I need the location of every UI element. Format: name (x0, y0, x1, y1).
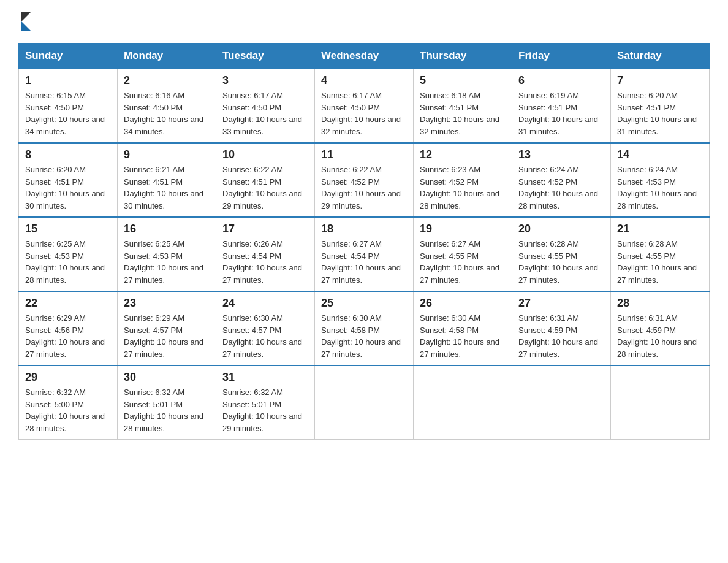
header-tuesday: Tuesday (216, 44, 315, 69)
day-info: Sunrise: 6:22 AM Sunset: 4:52 PM Dayligh… (321, 164, 407, 212)
calendar-cell: 8 Sunrise: 6:20 AM Sunset: 4:51 PM Dayli… (19, 143, 118, 217)
day-info: Sunrise: 6:31 AM Sunset: 4:59 PM Dayligh… (617, 312, 703, 360)
day-number: 6 (518, 74, 604, 87)
day-number: 9 (124, 148, 210, 161)
day-info: Sunrise: 6:30 AM Sunset: 4:58 PM Dayligh… (321, 312, 407, 360)
day-info: Sunrise: 6:24 AM Sunset: 4:53 PM Dayligh… (617, 164, 703, 212)
calendar-cell: 31 Sunrise: 6:32 AM Sunset: 5:01 PM Dayl… (216, 366, 315, 440)
day-info: Sunrise: 6:22 AM Sunset: 4:51 PM Dayligh… (222, 164, 308, 212)
day-number: 23 (124, 297, 210, 310)
day-number: 13 (518, 148, 604, 161)
day-number: 26 (420, 297, 506, 310)
calendar-cell: 3 Sunrise: 6:17 AM Sunset: 4:50 PM Dayli… (216, 69, 315, 143)
calendar-cell (414, 366, 512, 440)
day-number: 21 (617, 223, 703, 236)
day-number: 30 (124, 371, 210, 384)
day-info: Sunrise: 6:19 AM Sunset: 4:51 PM Dayligh… (518, 90, 604, 137)
calendar-cell: 25 Sunrise: 6:30 AM Sunset: 4:58 PM Dayl… (315, 291, 414, 366)
day-number: 28 (617, 297, 703, 310)
day-info: Sunrise: 6:15 AM Sunset: 4:50 PM Dayligh… (25, 90, 111, 137)
header-sunday: Sunday (19, 44, 118, 69)
day-number: 19 (420, 223, 506, 236)
calendar-cell: 16 Sunrise: 6:25 AM Sunset: 4:53 PM Dayl… (118, 217, 216, 291)
day-info: Sunrise: 6:26 AM Sunset: 4:54 PM Dayligh… (222, 238, 308, 286)
calendar-cell (512, 366, 611, 440)
day-number: 29 (25, 371, 111, 384)
day-info: Sunrise: 6:30 AM Sunset: 4:58 PM Dayligh… (420, 312, 506, 360)
day-number: 8 (25, 148, 111, 161)
day-info: Sunrise: 6:18 AM Sunset: 4:51 PM Dayligh… (420, 90, 506, 137)
day-info: Sunrise: 6:24 AM Sunset: 4:52 PM Dayligh… (518, 164, 604, 212)
calendar-cell: 14 Sunrise: 6:24 AM Sunset: 4:53 PM Dayl… (611, 143, 710, 217)
day-number: 24 (222, 297, 308, 310)
calendar-cell: 4 Sunrise: 6:17 AM Sunset: 4:50 PM Dayli… (315, 69, 414, 143)
day-number: 18 (321, 223, 407, 236)
day-number: 22 (25, 297, 111, 310)
day-number: 20 (518, 223, 604, 236)
day-number: 15 (25, 223, 111, 236)
calendar-cell: 28 Sunrise: 6:31 AM Sunset: 4:59 PM Dayl… (611, 291, 710, 366)
day-info: Sunrise: 6:20 AM Sunset: 4:51 PM Dayligh… (25, 164, 111, 212)
calendar-cell: 24 Sunrise: 6:30 AM Sunset: 4:57 PM Dayl… (216, 291, 315, 366)
day-info: Sunrise: 6:25 AM Sunset: 4:53 PM Dayligh… (124, 238, 210, 286)
calendar-cell: 2 Sunrise: 6:16 AM Sunset: 4:50 PM Dayli… (118, 69, 216, 143)
calendar-table: Sunday Monday Tuesday Wednesday Thursday… (18, 43, 710, 440)
calendar-cell: 6 Sunrise: 6:19 AM Sunset: 4:51 PM Dayli… (512, 69, 611, 143)
day-info: Sunrise: 6:27 AM Sunset: 4:54 PM Dayligh… (321, 238, 407, 286)
day-info: Sunrise: 6:27 AM Sunset: 4:55 PM Dayligh… (420, 238, 506, 286)
day-info: Sunrise: 6:32 AM Sunset: 5:00 PM Dayligh… (25, 386, 111, 434)
calendar-cell: 27 Sunrise: 6:31 AM Sunset: 4:59 PM Dayl… (512, 291, 611, 366)
calendar-cell: 5 Sunrise: 6:18 AM Sunset: 4:51 PM Dayli… (414, 69, 512, 143)
calendar-cell: 7 Sunrise: 6:20 AM Sunset: 4:51 PM Dayli… (611, 69, 710, 143)
calendar-cell: 11 Sunrise: 6:22 AM Sunset: 4:52 PM Dayl… (315, 143, 414, 217)
calendar-cell: 30 Sunrise: 6:32 AM Sunset: 5:01 PM Dayl… (118, 366, 216, 440)
day-number: 12 (420, 148, 506, 161)
day-info: Sunrise: 6:17 AM Sunset: 4:50 PM Dayligh… (321, 90, 407, 137)
day-number: 3 (222, 74, 308, 87)
day-number: 7 (617, 74, 703, 87)
day-number: 1 (25, 74, 111, 87)
day-number: 2 (124, 74, 210, 87)
header-monday: Monday (118, 44, 216, 69)
day-number: 31 (222, 371, 308, 384)
calendar-week-row: 8 Sunrise: 6:20 AM Sunset: 4:51 PM Dayli… (19, 143, 710, 217)
day-number: 11 (321, 148, 407, 161)
day-number: 10 (222, 148, 308, 161)
day-info: Sunrise: 6:32 AM Sunset: 5:01 PM Dayligh… (124, 386, 210, 434)
calendar-cell: 10 Sunrise: 6:22 AM Sunset: 4:51 PM Dayl… (216, 143, 315, 217)
calendar-cell: 21 Sunrise: 6:28 AM Sunset: 4:55 PM Dayl… (611, 217, 710, 291)
day-number: 25 (321, 297, 407, 310)
day-info: Sunrise: 6:17 AM Sunset: 4:50 PM Dayligh… (222, 90, 308, 137)
calendar-cell: 18 Sunrise: 6:27 AM Sunset: 4:54 PM Dayl… (315, 217, 414, 291)
calendar-cell: 17 Sunrise: 6:26 AM Sunset: 4:54 PM Dayl… (216, 217, 315, 291)
day-info: Sunrise: 6:16 AM Sunset: 4:50 PM Dayligh… (124, 90, 210, 137)
calendar-header-row: Sunday Monday Tuesday Wednesday Thursday… (19, 44, 710, 69)
calendar-cell: 26 Sunrise: 6:30 AM Sunset: 4:58 PM Dayl… (414, 291, 512, 366)
calendar-cell: 20 Sunrise: 6:28 AM Sunset: 4:55 PM Dayl… (512, 217, 611, 291)
day-number: 16 (124, 223, 210, 236)
day-info: Sunrise: 6:32 AM Sunset: 5:01 PM Dayligh… (222, 386, 308, 434)
calendar-week-row: 1 Sunrise: 6:15 AM Sunset: 4:50 PM Dayli… (19, 69, 710, 143)
day-info: Sunrise: 6:28 AM Sunset: 4:55 PM Dayligh… (617, 238, 703, 286)
logo (18, 12, 31, 31)
day-info: Sunrise: 6:31 AM Sunset: 4:59 PM Dayligh… (518, 312, 604, 360)
calendar-week-row: 15 Sunrise: 6:25 AM Sunset: 4:53 PM Dayl… (19, 217, 710, 291)
calendar-cell: 12 Sunrise: 6:23 AM Sunset: 4:52 PM Dayl… (414, 143, 512, 217)
calendar-cell: 1 Sunrise: 6:15 AM Sunset: 4:50 PM Dayli… (19, 69, 118, 143)
day-info: Sunrise: 6:29 AM Sunset: 4:57 PM Dayligh… (124, 312, 210, 360)
calendar-cell: 9 Sunrise: 6:21 AM Sunset: 4:51 PM Dayli… (118, 143, 216, 217)
page-header (18, 12, 710, 31)
calendar-cell (315, 366, 414, 440)
calendar-cell: 13 Sunrise: 6:24 AM Sunset: 4:52 PM Dayl… (512, 143, 611, 217)
day-number: 14 (617, 148, 703, 161)
day-number: 27 (518, 297, 604, 310)
header-wednesday: Wednesday (315, 44, 414, 69)
day-info: Sunrise: 6:23 AM Sunset: 4:52 PM Dayligh… (420, 164, 506, 212)
day-info: Sunrise: 6:28 AM Sunset: 4:55 PM Dayligh… (518, 238, 604, 286)
calendar-cell: 29 Sunrise: 6:32 AM Sunset: 5:00 PM Dayl… (19, 366, 118, 440)
calendar-cell: 22 Sunrise: 6:29 AM Sunset: 4:56 PM Dayl… (19, 291, 118, 366)
calendar-week-row: 22 Sunrise: 6:29 AM Sunset: 4:56 PM Dayl… (19, 291, 710, 366)
day-info: Sunrise: 6:29 AM Sunset: 4:56 PM Dayligh… (25, 312, 111, 360)
day-number: 5 (420, 74, 506, 87)
day-info: Sunrise: 6:21 AM Sunset: 4:51 PM Dayligh… (124, 164, 210, 212)
